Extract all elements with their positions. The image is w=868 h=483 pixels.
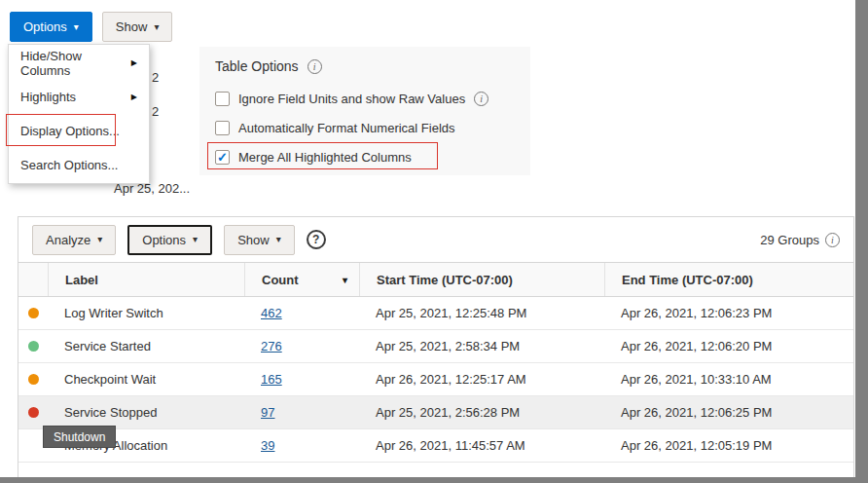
window-edge-right — [855, 0, 868, 483]
header-status — [18, 263, 48, 296]
groups-count-label: 29 Groups — [760, 233, 819, 247]
options-button[interactable]: Options ▾ — [10, 12, 92, 42]
start-time-cell: Apr 26, 2021, 11:45:57 AM — [359, 429, 604, 462]
start-time-cell: Apr 25, 2021, 12:25:48 PM — [359, 297, 604, 329]
status-cell — [18, 297, 48, 329]
obscured-text-fragment: 2 — [152, 104, 159, 119]
table-options-button[interactable]: Options ▾ — [127, 225, 212, 255]
end-time-cell: Apr 26, 2021, 12:06:20 PM — [604, 330, 853, 362]
show-button-label: Show — [116, 19, 148, 34]
end-time-cell: Apr 26, 2021, 12:05:19 PM — [604, 429, 853, 462]
count-cell: 97 — [244, 396, 359, 428]
options-button-label: Options — [23, 19, 67, 34]
table-header-row: Label Count ▾ Start Time (UTC-07:00) End… — [18, 262, 853, 297]
chevron-down-icon: ▾ — [97, 235, 102, 244]
label-cell: Checkpoint Wait — [48, 363, 244, 395]
info-icon[interactable]: i — [474, 92, 488, 106]
table-row[interactable]: Checkpoint Wait 165 Apr 26, 2021, 12:25:… — [18, 363, 853, 396]
groups-count: 29 Groups i — [760, 217, 840, 262]
status-dot — [28, 341, 39, 352]
start-time-cell: Apr 26, 2021, 12:25:17 AM — [359, 363, 604, 395]
header-count: Count ▾ — [244, 263, 359, 296]
table-show-button-label: Show — [237, 233, 270, 247]
status-dot — [28, 374, 39, 385]
count-link[interactable]: 462 — [261, 306, 282, 320]
annotation-box-merge-columns — [207, 142, 438, 169]
events-table-section: Analyze ▾ Options ▾ Show ▾ ? 29 Groups i… — [18, 216, 854, 483]
sort-dropdown-icon[interactable]: ▾ — [343, 275, 347, 285]
end-time-cell: Apr 26, 2021, 12:06:23 PM — [604, 297, 853, 329]
label-cell: Service Stopped — [48, 396, 244, 428]
panel-title-text: Table Options — [215, 58, 299, 74]
menu-item-label: Hide/Show Columns — [20, 49, 131, 78]
table-body: Log Writer Switch 462 Apr 25, 2021, 12:2… — [18, 297, 853, 463]
status-dot — [28, 308, 39, 318]
chevron-down-icon: ▾ — [193, 235, 198, 244]
table-row[interactable]: Service Started 276 Apr 25, 2021, 2:58:3… — [18, 330, 853, 363]
header-start-time: Start Time (UTC-07:00) — [359, 263, 604, 296]
start-time-cell: Apr 25, 2021, 2:58:34 PM — [359, 330, 604, 362]
status-dot — [28, 440, 39, 451]
menu-item-label: Highlights — [20, 90, 76, 104]
table-row[interactable]: Log Writer Switch 462 Apr 25, 2021, 12:2… — [18, 297, 853, 330]
status-cell — [18, 330, 48, 362]
count-link[interactable]: 276 — [261, 339, 282, 353]
table-options-button-label: Options — [142, 233, 186, 247]
count-link[interactable]: 97 — [261, 405, 274, 420]
count-cell: 276 — [244, 330, 359, 362]
checkbox-label: Ignore Field Units and show Raw Values — [238, 92, 465, 106]
show-button[interactable]: Show ▾ — [102, 12, 173, 42]
checkbox-ignore-field-units[interactable]: ✓ Ignore Field Units and show Raw Values… — [215, 84, 530, 113]
tooltip: Shutdown — [43, 426, 116, 448]
info-icon[interactable]: i — [825, 233, 840, 247]
table-toolbar: Analyze ▾ Options ▾ Show ▾ ? 29 Groups i — [18, 217, 853, 262]
analyze-button-label: Analyze — [46, 233, 90, 247]
obscured-text-fragment: 2 — [152, 70, 159, 85]
table-row[interactable]: Service Stopped 97 Apr 25, 2021, 2:56:28… — [18, 396, 853, 429]
window-edge-bottom — [0, 477, 868, 483]
submenu-arrow-icon: ▶ — [131, 58, 137, 67]
table-show-button[interactable]: Show ▾ — [224, 225, 295, 255]
annotation-box-display-options — [6, 114, 116, 146]
chevron-down-icon: ▾ — [74, 22, 79, 32]
chevron-down-icon: ▾ — [154, 22, 159, 32]
count-cell: 165 — [244, 363, 359, 395]
start-time-cell: Apr 25, 2021, 2:56:28 PM — [359, 396, 604, 428]
status-dot — [28, 407, 39, 418]
table-row[interactable]: Memory Allocation 39 Apr 26, 2021, 11:45… — [18, 429, 853, 463]
panel-title: Table Options i — [215, 56, 530, 76]
menu-item-highlights[interactable]: Highlights ▶ — [9, 80, 149, 114]
count-cell: 39 — [244, 429, 359, 462]
end-time-cell: Apr 26, 2021, 10:33:10 AM — [604, 363, 853, 395]
help-icon[interactable]: ? — [307, 230, 326, 249]
submenu-arrow-icon: ▶ — [131, 93, 137, 101]
status-cell — [18, 396, 48, 428]
header-end-time: End Time (UTC-07:00) — [604, 263, 853, 296]
header-label: Label — [48, 263, 244, 296]
status-cell — [18, 363, 48, 395]
checkbox-auto-format-numerical[interactable]: ✓ Automatically Format Numerical Fields — [215, 113, 530, 142]
chevron-down-icon: ▾ — [276, 235, 281, 244]
analyze-button[interactable]: Analyze ▾ — [32, 225, 116, 255]
menu-item-label: Search Options... — [20, 158, 118, 172]
checkbox-label: Automatically Format Numerical Fields — [238, 121, 455, 135]
count-link[interactable]: 165 — [261, 372, 282, 387]
tooltip-text: Shutdown — [54, 430, 105, 444]
count-link[interactable]: 39 — [261, 438, 274, 453]
end-time-cell: Apr 26, 2021, 12:06:25 PM — [604, 396, 853, 428]
info-icon[interactable]: i — [307, 59, 322, 74]
top-toolbar: Options ▾ Show ▾ — [10, 12, 172, 42]
menu-item-search-options[interactable]: Search Options... — [9, 148, 149, 182]
checkbox-box[interactable]: ✓ — [215, 92, 230, 106]
header-count-label: Count — [262, 273, 299, 287]
count-cell: 462 — [244, 297, 359, 329]
checkbox-box[interactable]: ✓ — [215, 121, 230, 135]
label-cell: Log Writer Switch — [48, 297, 244, 329]
label-cell: Service Started — [48, 330, 244, 362]
menu-item-hide-show-columns[interactable]: Hide/Show Columns ▶ — [9, 46, 149, 80]
